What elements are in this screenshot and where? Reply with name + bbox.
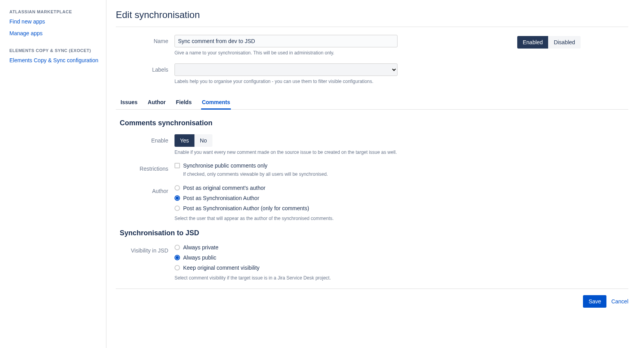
author-option-sync[interactable]: Post as Synchronisation Author (174, 195, 628, 201)
radio-icon[interactable] (174, 185, 180, 191)
sidebar-item-manage-apps[interactable]: Manage apps (9, 30, 100, 38)
restrictions-option-label: Synchronise public comments only (183, 162, 268, 169)
author-option-original[interactable]: Post as original comment's author (174, 185, 628, 191)
tab-comments[interactable]: Comments (201, 96, 231, 110)
enable-no-button[interactable]: No (194, 134, 212, 147)
restrictions-helper: If checked, only comments viewable by al… (183, 171, 628, 178)
radio-icon[interactable] (174, 195, 180, 201)
author-option-sync-comments-only[interactable]: Post as Synchronisation Author (only for… (174, 205, 628, 211)
sidebar-section-exocet: ELEMENTS COPY & SYNC (EXOCET) Elements C… (9, 48, 100, 65)
status-disabled-button[interactable]: Disabled (548, 36, 580, 49)
radio-icon[interactable] (174, 265, 180, 270)
save-button[interactable]: Save (583, 295, 606, 308)
cancel-link[interactable]: Cancel (611, 298, 628, 305)
sidebar: ATLASSIAN MARKETPLACE Find new apps Mana… (0, 0, 106, 348)
sidebar-section-marketplace: ATLASSIAN MARKETPLACE Find new apps Mana… (9, 9, 100, 37)
author-option-label: Post as Synchronisation Author (only for… (183, 205, 309, 211)
form-row-visibility: Visibility in JSD Always private Always … (116, 244, 628, 281)
tab-author[interactable]: Author (147, 96, 167, 110)
label-restrictions: Restrictions (116, 162, 174, 172)
author-helper: Select the user that will appear as the … (174, 215, 628, 222)
name-helper: Give a name to your synchronisation. Thi… (174, 50, 398, 56)
restrictions-checkbox[interactable] (174, 163, 180, 168)
label-labels: Labels (116, 63, 174, 73)
main-content: Edit synchronisation Enabled Disabled Na… (106, 0, 644, 348)
label-enable: Enable (116, 134, 174, 144)
visibility-option-label: Always private (183, 244, 218, 251)
status-toggle: Enabled Disabled (517, 36, 581, 49)
footer: Save Cancel (116, 288, 628, 308)
form-row-restrictions: Restrictions Synchronise public comments… (116, 162, 628, 178)
page-title: Edit synchronisation (116, 9, 628, 20)
tabs: Issues Author Fields Comments (116, 96, 628, 110)
form-row-labels: Labels Labels help you to organise your … (116, 63, 628, 85)
label-name: Name (116, 35, 174, 44)
visibility-option-keep[interactable]: Keep original comment visibility (174, 265, 628, 271)
labels-helper: Labels help you to organise your configu… (174, 78, 398, 85)
visibility-option-label: Always public (183, 254, 216, 261)
visibility-option-private[interactable]: Always private (174, 244, 628, 251)
section-title-comments: Comments synchronisation (120, 119, 628, 127)
visibility-helper: Select comment visibility if the target … (174, 275, 628, 281)
sidebar-item-elements-config[interactable]: Elements Copy & Sync configuration (9, 57, 100, 65)
section-title-jsd: Synchronisation to JSD (120, 229, 628, 237)
radio-icon[interactable] (174, 206, 180, 211)
author-option-label: Post as Synchronisation Author (183, 195, 259, 201)
enable-yes-button[interactable]: Yes (174, 134, 194, 147)
restrictions-checkbox-row[interactable]: Synchronise public comments only (174, 162, 628, 169)
enable-helper: Enable if you want every new comment mad… (174, 149, 628, 156)
divider (116, 27, 628, 27)
radio-icon[interactable] (174, 245, 180, 250)
visibility-option-public[interactable]: Always public (174, 254, 628, 261)
sidebar-section-title: ATLASSIAN MARKETPLACE (9, 9, 100, 14)
tab-issues[interactable]: Issues (120, 96, 139, 110)
sidebar-section-title: ELEMENTS COPY & SYNC (EXOCET) (9, 48, 100, 53)
enable-toggle: Yes No (174, 134, 212, 147)
name-input[interactable] (174, 35, 398, 47)
form-row-author: Author Post as original comment's author… (116, 185, 628, 222)
radio-icon[interactable] (174, 255, 180, 260)
sidebar-item-find-new-apps[interactable]: Find new apps (9, 18, 100, 26)
visibility-option-label: Keep original comment visibility (183, 265, 259, 271)
author-option-label: Post as original comment's author (183, 185, 265, 191)
label-visibility: Visibility in JSD (116, 244, 174, 254)
label-author: Author (116, 185, 174, 194)
labels-select[interactable] (174, 63, 398, 76)
form-row-enable: Enable Yes No Enable if you want every n… (116, 134, 628, 156)
tab-fields[interactable]: Fields (175, 96, 192, 110)
status-enabled-button[interactable]: Enabled (517, 36, 548, 49)
